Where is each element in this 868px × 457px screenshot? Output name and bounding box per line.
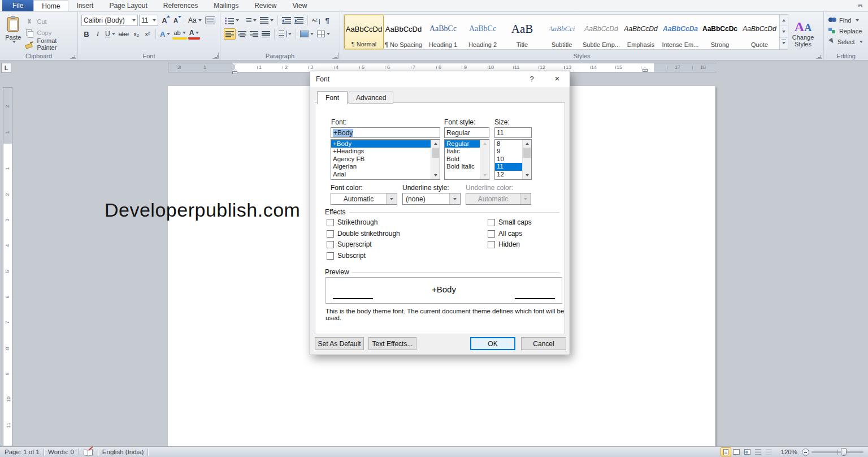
close-icon[interactable]: × <box>549 73 565 85</box>
tab-file[interactable]: File <box>2 0 33 11</box>
draft-view-button[interactable] <box>763 447 774 456</box>
list-item[interactable]: Bold Italic <box>445 163 480 170</box>
subscript-checkbox[interactable]: Subscript <box>327 252 366 260</box>
text-effects-dialog-button[interactable]: Text Effects... <box>368 337 416 350</box>
checkbox-icon[interactable] <box>488 219 495 226</box>
checkbox-icon[interactable] <box>327 252 334 260</box>
tab-review[interactable]: Review <box>246 0 284 11</box>
double-strikethrough-checkbox[interactable]: Double strikethrough <box>327 230 400 238</box>
style-heading-1[interactable]: AaBbCc Heading 1 <box>423 15 463 49</box>
format-painter-button[interactable]: Format Painter <box>25 40 76 49</box>
find-button[interactable]: Find <box>828 16 867 24</box>
language-status[interactable]: English (India) <box>102 449 144 455</box>
list-item[interactable]: +Body <box>331 140 431 148</box>
dialog-tab-font[interactable]: Font <box>317 91 348 105</box>
clear-formatting-button[interactable] <box>204 15 216 26</box>
list-item[interactable]: 12 <box>495 171 522 178</box>
increase-indent-button[interactable] <box>293 15 305 26</box>
style-title[interactable]: AaB Title <box>502 15 542 49</box>
list-item[interactable]: Italic <box>445 148 480 155</box>
scroll-down-icon[interactable] <box>523 171 531 179</box>
cut-button[interactable]: Cut <box>25 17 76 26</box>
style-emphasis[interactable]: AaBbCcDd Emphasis <box>621 15 661 49</box>
list-item[interactable]: Algerian <box>331 163 431 170</box>
subscript-button[interactable]: x₂ <box>131 28 141 40</box>
line-spacing-button[interactable] <box>277 28 293 40</box>
list-item[interactable]: 9 <box>495 148 522 155</box>
checkbox-icon[interactable] <box>488 241 495 248</box>
list-item[interactable]: Agency FB <box>331 156 431 163</box>
tab-stop-selector[interactable]: L <box>1 63 11 73</box>
style-subtitle[interactable]: AaBbCci Subtitle <box>542 15 581 49</box>
tab-insert[interactable]: Insert <box>68 0 101 11</box>
borders-button[interactable] <box>316 28 331 40</box>
style-normal[interactable]: AaBbCcDd ¶ Normal <box>344 15 384 49</box>
gallery-scroll-up-button[interactable] <box>780 15 788 26</box>
proofing-status-icon[interactable] <box>84 449 93 455</box>
superscript-checkbox[interactable]: Superscript <box>327 240 372 248</box>
gallery-more-button[interactable] <box>780 38 788 49</box>
superscript-button[interactable]: x² <box>142 28 153 40</box>
bold-button[interactable]: B <box>81 28 92 40</box>
zoom-slider-handle[interactable] <box>841 448 847 456</box>
right-indent-marker[interactable] <box>642 67 648 72</box>
change-styles-button[interactable]: A A Change Styles <box>788 14 818 51</box>
small-caps-checkbox[interactable]: Small caps <box>488 218 532 226</box>
font-style-list[interactable]: Regular Italic Bold Bold Italic <box>444 139 489 180</box>
list-item[interactable]: Arial <box>331 171 431 178</box>
print-layout-view-button[interactable] <box>721 447 731 456</box>
scroll-down-icon[interactable] <box>431 171 440 179</box>
size-list-scrollbar[interactable] <box>522 140 531 179</box>
style-subtle-emphasis[interactable]: AaBbCcDd Subtle Emp... <box>581 15 621 49</box>
checkbox-icon[interactable] <box>488 230 495 238</box>
zoom-level[interactable]: 120% <box>781 449 797 455</box>
tab-references[interactable]: References <box>155 0 206 11</box>
select-button[interactable]: Select <box>828 37 867 46</box>
replace-button[interactable]: Replace <box>828 27 867 35</box>
chevron-down-icon[interactable] <box>386 193 397 204</box>
page-count-status[interactable]: Page: 1 of 1 <box>5 449 40 455</box>
full-screen-reading-view-button[interactable] <box>731 447 742 456</box>
list-item[interactable]: Regular <box>445 140 480 148</box>
list-item[interactable]: 10 <box>495 156 522 163</box>
font-list[interactable]: +Body +Headings Agency FB Algerian Arial <box>331 139 440 180</box>
left-indent-marker[interactable] <box>232 63 238 74</box>
help-icon[interactable]: ? <box>527 74 537 84</box>
multilevel-list-button[interactable] <box>259 15 275 26</box>
scroll-up-icon[interactable] <box>431 140 440 148</box>
zoom-out-button[interactable] <box>802 449 809 456</box>
dialog-tab-advanced[interactable]: Advanced <box>349 92 393 104</box>
italic-button[interactable]: I <box>93 28 103 40</box>
size-input[interactable]: 11 <box>494 127 532 138</box>
styles-dialog-launcher[interactable] <box>816 53 822 59</box>
text-highlight-button[interactable]: ab <box>172 28 186 40</box>
font-dialog-launcher[interactable] <box>212 53 219 59</box>
clipboard-dialog-launcher[interactable] <box>70 53 76 59</box>
scroll-thumb[interactable] <box>523 148 531 158</box>
tab-view[interactable]: View <box>285 0 315 11</box>
checkbox-icon[interactable] <box>327 241 334 248</box>
set-as-default-button[interactable]: Set As Default <box>315 337 364 350</box>
strikethrough-checkbox[interactable]: Strikethrough <box>327 218 377 226</box>
font-size-combo[interactable]: 11 <box>139 15 158 26</box>
web-layout-view-button[interactable] <box>742 447 753 456</box>
font-name-combo[interactable]: Calibri (Body) <box>81 15 138 26</box>
zoom-slider[interactable] <box>811 451 863 453</box>
font-list-scrollbar[interactable] <box>431 140 440 179</box>
list-item[interactable]: +Headings <box>331 148 431 155</box>
tab-page-layout[interactable]: Page Layout <box>101 0 155 11</box>
shrink-font-button[interactable]: A <box>171 15 181 26</box>
align-right-button[interactable] <box>249 28 259 40</box>
hidden-checkbox[interactable]: Hidden <box>488 240 520 248</box>
show-hide-marks-button[interactable]: ¶ <box>322 15 332 26</box>
style-heading-2[interactable]: AaBbCc Heading 2 <box>463 15 502 49</box>
paragraph-dialog-launcher[interactable] <box>332 53 338 59</box>
list-item[interactable]: 8 <box>495 140 522 148</box>
ok-button[interactable]: OK <box>470 337 515 350</box>
numbering-button[interactable] <box>241 15 258 26</box>
tab-home[interactable]: Home <box>33 0 68 11</box>
decrease-indent-button[interactable] <box>281 15 292 26</box>
shading-button[interactable] <box>299 28 315 40</box>
collapse-ribbon-icon[interactable] <box>856 2 865 10</box>
cancel-button[interactable]: Cancel <box>521 337 566 350</box>
